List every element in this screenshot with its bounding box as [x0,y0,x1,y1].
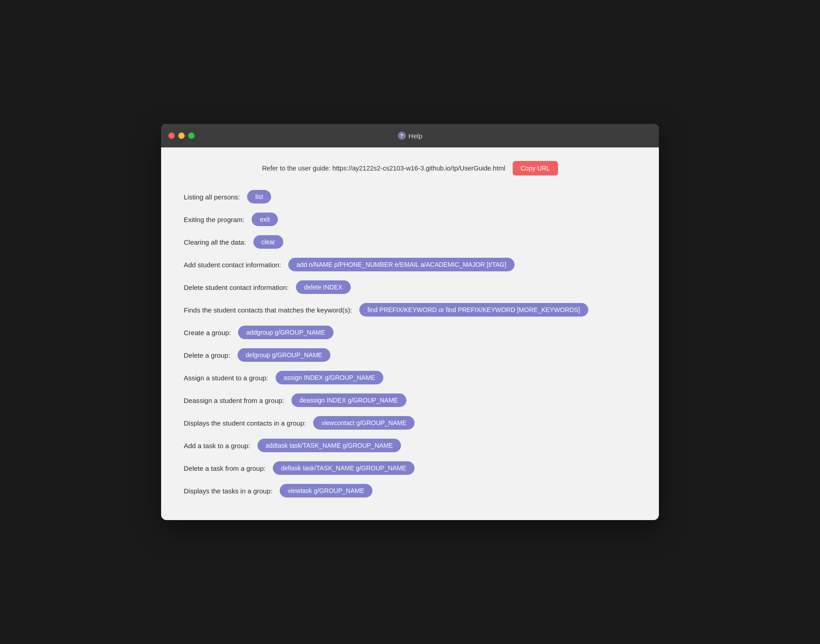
command-row: Delete student contact information:delet… [184,280,636,294]
command-label: Clearing all the data: [184,238,246,246]
command-badge: delete INDEX [296,280,351,294]
command-row: Add student contact information:add n/NA… [184,258,636,271]
command-badge: find PREFIX/KEYWORD or find PREFIX/KEYWO… [359,303,588,317]
command-row: Displays the student contacts in a group… [184,416,636,430]
command-badge: deassign INDEX g/GROUP_NAME [291,393,406,407]
command-badge: delgroup g/GROUP_NAME [238,348,331,362]
command-row: Clearing all the data:clear [184,235,636,249]
command-row: Exiting the program:exit [184,213,636,226]
command-row: Deassign a student from a group:deassign… [184,393,636,407]
command-label: Delete a task from a group: [184,464,266,472]
command-list: Listing all persons:listExiting the prog… [184,190,636,497]
command-row: Add a task to a group:addtask task/TASK_… [184,439,636,452]
title-bar: ? Help [161,124,659,147]
command-badge: addtask task/TASK_NAME g/GROUP_NAME [257,439,401,452]
command-label: Delete a group: [184,351,230,359]
command-label: Displays the tasks in a group: [184,487,272,495]
window-title: ? Help [398,132,423,140]
command-badge: addgroup g/GROUP_NAME [238,326,333,339]
minimize-button[interactable] [178,133,185,139]
command-badge: deltask task/TASK_NAME g/GROUP_NAME [273,461,415,475]
command-badge: viewcontact g/GROUP_NAME [313,416,415,430]
traffic-lights [168,133,195,139]
command-badge: list [247,190,271,204]
command-row: Create a group:addgroup g/GROUP_NAME [184,326,636,339]
help-icon: ? [398,132,406,140]
command-label: Displays the student contacts in a group… [184,419,306,427]
command-row: Delete a group:delgroup g/GROUP_NAME [184,348,636,362]
command-badge: exit [252,213,278,226]
app-window: ? Help Refer to the user guide: https://… [161,124,659,520]
command-label: Finds the student contacts that matches … [184,306,352,314]
command-label: Add a task to a group: [184,442,250,450]
command-label: Add student contact information: [184,261,281,269]
window-title-text: Help [409,132,423,140]
command-label: Create a group: [184,329,231,336]
command-badge: clear [253,235,283,249]
command-label: Delete student contact information: [184,284,289,291]
command-badge: assign INDEX g/GROUP_NAME [276,371,383,384]
url-text: Refer to the user guide: https://ay2122s… [262,165,505,172]
close-button[interactable] [168,133,175,139]
command-label: Exiting the program: [184,216,244,223]
command-row: Assign a student to a group:assign INDEX… [184,371,636,384]
command-label: Listing all persons: [184,193,240,201]
command-row: Listing all persons:list [184,190,636,204]
command-row: Displays the tasks in a group:viewtask g… [184,484,636,497]
command-badge: add n/NAME p/PHONE_NUMBER e/EMAIL a/ACAD… [288,258,515,271]
command-badge: viewtask g/GROUP_NAME [280,484,372,497]
command-label: Deassign a student from a group: [184,397,284,404]
command-row: Finds the student contacts that matches … [184,303,636,317]
url-bar: Refer to the user guide: https://ay2122s… [184,161,636,175]
command-row: Delete a task from a group:deltask task/… [184,461,636,475]
copy-url-button[interactable]: Copy URL [513,161,558,175]
maximize-button[interactable] [188,133,195,139]
content-area: Refer to the user guide: https://ay2122s… [161,147,659,520]
command-label: Assign a student to a group: [184,374,268,382]
